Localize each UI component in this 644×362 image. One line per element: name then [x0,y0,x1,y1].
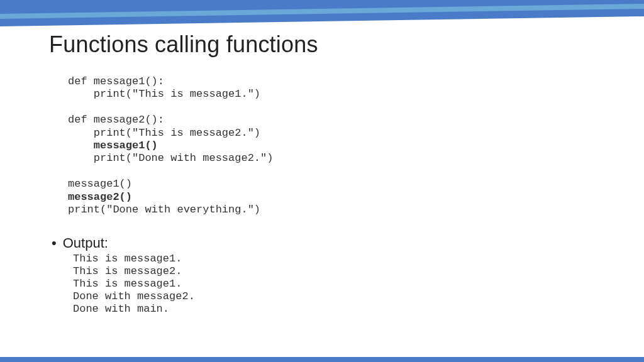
output-line: Done with message2. [73,290,606,303]
output-line: This is message1. [73,253,606,265]
output-line: This is message2. [73,265,606,278]
code-line [68,101,606,114]
code-line: message1() [68,140,606,152]
output-section: • Output: This is message1.This is messa… [54,235,606,315]
slide-title: Functions calling functions [49,31,606,58]
slide-top-decoration [0,0,644,26]
code-line: print("Done with everything.") [68,204,606,216]
code-line: print("This is message1.") [68,88,606,101]
code-line: def message1(): [68,75,606,88]
code-line: print("Done with message2.") [68,152,606,165]
code-block: def message1(): print("This is message1.… [68,75,606,216]
output-line: This is message1. [73,278,606,290]
output-line: Done with main. [73,303,606,315]
code-line: message1() [68,178,606,190]
code-line: print("This is message2.") [68,127,606,140]
code-line: message2() [68,191,606,204]
output-label: Output: [63,235,108,251]
output-label-line: • Output: [54,235,606,251]
output-block: This is message1.This is message2.This i… [73,253,606,315]
slide-bottom-decoration [0,357,644,362]
bullet-icon: • [52,235,57,251]
code-line: def message2(): [68,114,606,126]
slide-content: Functions calling functions def message1… [49,31,606,349]
code-line [68,165,606,178]
